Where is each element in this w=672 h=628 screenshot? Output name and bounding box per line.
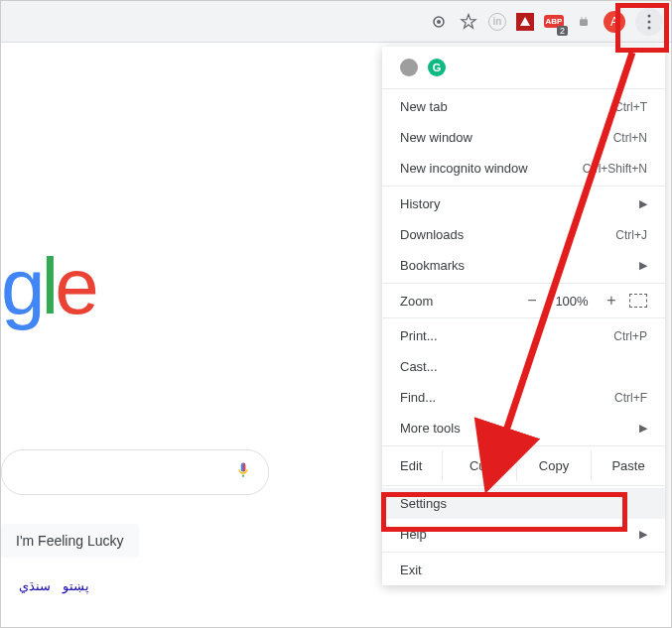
zoom-level: 100% bbox=[550, 294, 594, 309]
menu-paste[interactable]: Paste bbox=[591, 450, 665, 481]
language-link[interactable]: پښتو bbox=[63, 578, 89, 593]
language-links: پښتو سنڌي bbox=[11, 578, 89, 593]
svg-point-7 bbox=[648, 26, 651, 29]
globe-icon[interactable] bbox=[400, 59, 418, 76]
search-input[interactable] bbox=[1, 449, 269, 495]
adblock-extension-icon[interactable]: ABP 2 bbox=[544, 12, 564, 32]
svg-point-3 bbox=[581, 17, 582, 18]
menu-new-window[interactable]: New window Ctrl+N bbox=[382, 122, 665, 153]
extension-icon[interactable]: in bbox=[488, 13, 506, 31]
chevron-right-icon: ▶ bbox=[639, 259, 647, 272]
feeling-lucky-button[interactable]: I'm Feeling Lucky bbox=[1, 524, 139, 558]
svg-point-1 bbox=[437, 20, 441, 24]
menu-settings[interactable]: Settings bbox=[382, 488, 665, 519]
menu-edit-row: Edit Cut Copy Paste bbox=[382, 448, 665, 483]
chevron-right-icon: ▶ bbox=[639, 528, 647, 541]
menu-cut[interactable]: Cut bbox=[442, 450, 516, 481]
google-logo: gle bbox=[1, 241, 95, 332]
chrome-menu: G New tab Ctrl+T New window Ctrl+N New i… bbox=[382, 47, 665, 585]
menu-history[interactable]: History ▶ bbox=[382, 188, 665, 219]
menu-new-incognito[interactable]: New incognito window Ctrl+Shift+N bbox=[382, 153, 665, 184]
chrome-menu-button[interactable] bbox=[635, 8, 663, 36]
menu-help[interactable]: Help ▶ bbox=[382, 519, 665, 550]
language-link[interactable]: سنڌي bbox=[19, 578, 51, 593]
menu-downloads[interactable]: Downloads Ctrl+J bbox=[382, 219, 665, 250]
site-info-icon[interactable] bbox=[429, 12, 449, 32]
fullscreen-icon[interactable] bbox=[629, 294, 647, 308]
pdf-extension-icon[interactable] bbox=[516, 13, 534, 31]
menu-zoom: Zoom − 100% + bbox=[382, 286, 665, 315]
chevron-right-icon: ▶ bbox=[639, 197, 647, 210]
menu-new-tab[interactable]: New tab Ctrl+T bbox=[382, 91, 665, 122]
grammarly-icon[interactable]: G bbox=[428, 59, 446, 76]
svg-point-6 bbox=[648, 20, 651, 23]
menu-more-tools[interactable]: More tools ▶ bbox=[382, 413, 665, 443]
zoom-out-button[interactable]: − bbox=[520, 292, 544, 310]
chevron-right-icon: ▶ bbox=[639, 422, 647, 435]
menu-extensions-row: G bbox=[382, 55, 665, 86]
menu-print[interactable]: Print... Ctrl+P bbox=[382, 320, 665, 351]
voice-search-icon[interactable] bbox=[234, 459, 252, 485]
browser-toolbar: in ABP 2 A bbox=[1, 1, 671, 43]
menu-find[interactable]: Find... Ctrl+F bbox=[382, 382, 665, 413]
menu-cast[interactable]: Cast... bbox=[382, 351, 665, 382]
menu-exit[interactable]: Exit bbox=[382, 555, 665, 585]
android-extension-icon[interactable] bbox=[574, 12, 594, 32]
svg-point-5 bbox=[648, 14, 651, 17]
svg-point-4 bbox=[585, 17, 586, 18]
extension-badge: 2 bbox=[557, 26, 568, 36]
menu-copy[interactable]: Copy bbox=[516, 450, 591, 481]
zoom-in-button[interactable]: + bbox=[600, 292, 623, 310]
svg-rect-2 bbox=[580, 19, 588, 26]
menu-bookmarks[interactable]: Bookmarks ▶ bbox=[382, 250, 665, 281]
profile-avatar[interactable]: A bbox=[604, 11, 625, 33]
bookmark-star-icon[interactable] bbox=[459, 12, 478, 32]
